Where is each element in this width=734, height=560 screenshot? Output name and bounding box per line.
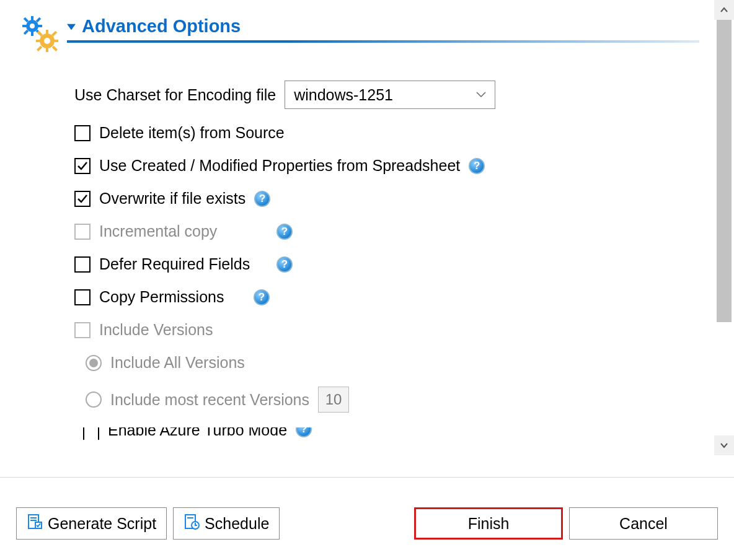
svg-rect-4 bbox=[22, 25, 27, 27]
svg-rect-12 bbox=[46, 30, 48, 35]
use-props-row: Use Created / Modified Properties from S… bbox=[74, 157, 699, 175]
svg-rect-17 bbox=[52, 46, 58, 51]
svg-rect-3 bbox=[31, 31, 33, 36]
help-icon[interactable]: ? bbox=[254, 191, 270, 207]
schedule-button[interactable]: Schedule bbox=[173, 507, 280, 540]
delete-source-row: Delete item(s) from Source bbox=[74, 124, 699, 142]
include-recent-label: Include most recent Versions bbox=[110, 391, 309, 409]
scroll-thumb[interactable] bbox=[717, 20, 732, 322]
overwrite-row: Overwrite if file exists ? bbox=[74, 190, 699, 208]
svg-rect-24 bbox=[187, 517, 193, 518]
azure-turbo-row: Enable Azure Turbo Mode ? bbox=[83, 427, 699, 440]
svg-rect-14 bbox=[36, 40, 42, 42]
charset-label: Use Charset for Encoding file bbox=[74, 86, 276, 104]
copy-perms-label: Copy Permissions bbox=[99, 288, 245, 306]
svg-rect-22 bbox=[30, 520, 37, 521]
generate-script-button[interactable]: Generate Script bbox=[16, 507, 167, 540]
svg-rect-19 bbox=[37, 46, 42, 51]
incremental-row: Incremental copy ? bbox=[74, 222, 699, 240]
include-versions-checkbox bbox=[74, 322, 91, 338]
scrollbar[interactable] bbox=[714, 0, 734, 455]
include-versions-row: Include Versions bbox=[74, 321, 699, 339]
delete-source-label: Delete item(s) from Source bbox=[99, 124, 285, 142]
azure-turbo-checkbox[interactable] bbox=[83, 427, 99, 440]
incremental-checkbox bbox=[74, 224, 91, 240]
scroll-up-arrow-icon[interactable] bbox=[714, 0, 734, 20]
svg-point-11 bbox=[44, 38, 50, 44]
help-icon[interactable]: ? bbox=[254, 289, 270, 305]
svg-rect-21 bbox=[30, 517, 37, 518]
help-icon[interactable]: ? bbox=[296, 427, 312, 437]
azure-turbo-label: Enable Azure Turbo Mode bbox=[108, 427, 287, 439]
options-panel: Advanced Options Use Charset for Encodin… bbox=[0, 0, 699, 455]
charset-value: windows-1251 bbox=[294, 86, 393, 104]
include-all-radio bbox=[86, 355, 102, 371]
help-icon[interactable]: ? bbox=[469, 158, 485, 174]
schedule-icon bbox=[184, 514, 200, 533]
svg-rect-13 bbox=[46, 46, 48, 52]
scroll-down-arrow-icon[interactable] bbox=[714, 435, 734, 455]
svg-point-1 bbox=[30, 24, 35, 28]
finish-button[interactable]: Finish bbox=[414, 507, 563, 540]
include-versions-label: Include Versions bbox=[99, 321, 213, 339]
overwrite-label: Overwrite if file exists bbox=[99, 190, 245, 208]
use-props-checkbox[interactable] bbox=[74, 158, 91, 174]
help-icon[interactable]: ? bbox=[276, 224, 293, 240]
section-title: Advanced Options bbox=[82, 16, 241, 37]
defer-row: Defer Required Fields ? bbox=[74, 255, 699, 273]
overwrite-checkbox[interactable] bbox=[74, 191, 91, 207]
options-list: Use Charset for Encoding file windows-12… bbox=[0, 55, 699, 440]
collapse-caret-icon bbox=[67, 22, 76, 31]
section-underline bbox=[67, 40, 699, 43]
section-header: Advanced Options bbox=[0, 0, 699, 55]
help-icon[interactable]: ? bbox=[276, 256, 293, 273]
footer-bar: Generate Script Schedule Finish Cancel bbox=[0, 477, 734, 540]
use-props-label: Use Created / Modified Properties from S… bbox=[99, 157, 460, 175]
charset-row: Use Charset for Encoding file windows-12… bbox=[74, 81, 699, 109]
cancel-button[interactable]: Cancel bbox=[569, 507, 718, 540]
svg-rect-5 bbox=[37, 25, 42, 27]
charset-select[interactable]: windows-1251 bbox=[285, 81, 495, 109]
script-icon bbox=[27, 514, 43, 533]
defer-label: Defer Required Fields bbox=[99, 255, 268, 273]
delete-source-checkbox[interactable] bbox=[74, 125, 91, 141]
defer-checkbox[interactable] bbox=[74, 256, 91, 273]
include-recent-row: Include most recent Versions 10 bbox=[74, 387, 699, 413]
gears-icon bbox=[19, 11, 62, 55]
copy-perms-checkbox[interactable] bbox=[74, 289, 91, 305]
include-all-row: Include All Versions bbox=[74, 354, 699, 372]
include-recent-radio bbox=[86, 392, 102, 408]
incremental-label: Incremental copy bbox=[99, 222, 268, 240]
include-all-label: Include All Versions bbox=[110, 354, 245, 372]
copy-perms-row: Copy Permissions ? bbox=[74, 288, 699, 306]
svg-rect-2 bbox=[31, 16, 33, 21]
recent-count-input: 10 bbox=[318, 387, 349, 413]
svg-rect-15 bbox=[53, 40, 58, 42]
chevron-down-icon bbox=[476, 90, 486, 100]
section-title-row[interactable]: Advanced Options bbox=[67, 16, 699, 37]
